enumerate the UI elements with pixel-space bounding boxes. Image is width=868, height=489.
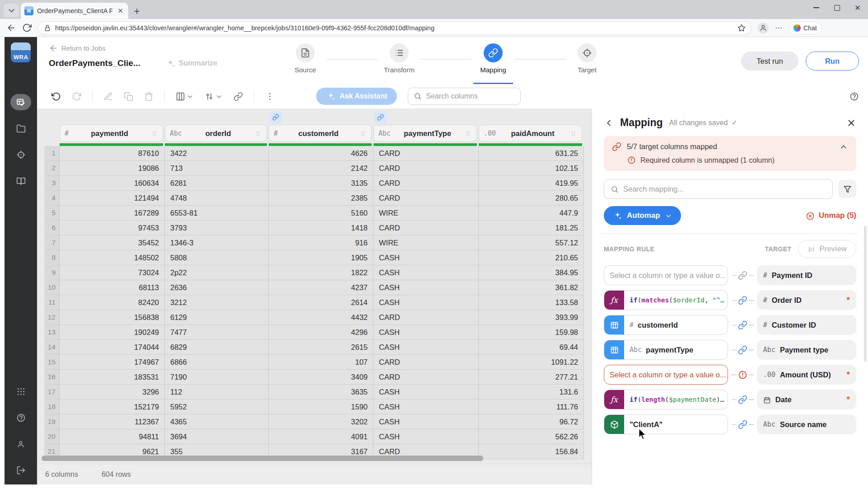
mapping-link-icon[interactable]	[728, 420, 756, 429]
column-header-paymentId[interactable]: #paymentId	[60, 125, 165, 146]
cell[interactable]: 190249	[60, 325, 165, 340]
table-row[interactable]: 1319024974774296CASH159.98	[44, 325, 592, 340]
mapping-link-icon[interactable]	[728, 345, 756, 355]
drag-handle-icon[interactable]	[150, 129, 158, 137]
cell[interactable]: 4748	[165, 191, 269, 206]
cell[interactable]: 5160	[269, 206, 373, 221]
drag-handle-icon[interactable]	[254, 129, 262, 137]
sidebar-item-library[interactable]	[10, 173, 31, 189]
cell[interactable]: 3409	[269, 370, 373, 385]
tab-close-icon[interactable]: ✕	[116, 7, 125, 15]
browser-profile-avatar[interactable]	[758, 23, 769, 33]
mapping-source-constant[interactable]: "ClientA"	[604, 414, 728, 434]
cell[interactable]: 4091	[269, 429, 373, 444]
cell[interactable]: 713	[165, 161, 269, 176]
drag-handle-icon[interactable]	[464, 129, 472, 137]
cell[interactable]: WIRE	[373, 235, 479, 250]
sidebar-item-account[interactable]	[10, 436, 31, 452]
cell[interactable]: CASH	[373, 400, 479, 414]
cell[interactable]: 3694	[165, 429, 269, 444]
table-row[interactable]: 1417404468292615CASH69.44	[44, 340, 592, 355]
cell[interactable]: 167289	[60, 206, 165, 221]
cell[interactable]: 174967	[60, 355, 165, 370]
cell[interactable]: 562.26	[479, 429, 584, 444]
preview-button[interactable]: Preview	[798, 240, 856, 258]
cell[interactable]: 96.72	[479, 414, 584, 429]
filter-mapping-button[interactable]	[838, 180, 856, 198]
close-window-button[interactable]: ✕	[847, 0, 868, 15]
cell[interactable]: 97453	[60, 221, 165, 235]
table-row[interactable]: 118242032122614CASH133.58	[44, 295, 592, 310]
cell[interactable]: 2636	[165, 280, 269, 295]
cell[interactable]: 73024	[60, 265, 165, 280]
cell[interactable]: 3296	[60, 385, 165, 400]
cell[interactable]: 159.98	[479, 325, 584, 340]
cell[interactable]: 4237	[269, 280, 373, 295]
cell[interactable]: WIRE	[373, 206, 479, 221]
step-mapping[interactable]: Mapping	[471, 43, 515, 84]
cell[interactable]: 6281	[165, 176, 269, 191]
mapping-target-column[interactable]: #Order ID*	[757, 290, 856, 310]
cell[interactable]: CARD	[373, 191, 479, 206]
ask-assistant-button[interactable]: Ask Assistant	[316, 88, 397, 105]
mapping-link-icon[interactable]	[728, 395, 756, 404]
cell[interactable]: CARD	[373, 221, 479, 235]
panel-close-button[interactable]	[846, 118, 856, 128]
collapse-warning-button[interactable]	[839, 142, 848, 151]
cell[interactable]: 35452	[60, 235, 165, 250]
cell[interactable]: CARD	[373, 310, 479, 325]
cell[interactable]: 361.82	[479, 280, 584, 295]
refresh-button[interactable]	[22, 23, 32, 33]
browser-tab[interactable]: W OrderPayments_ClientA Formulas in ✕	[21, 3, 128, 19]
drag-handle-icon[interactable]	[569, 129, 577, 137]
back-button[interactable]	[6, 23, 16, 33]
cell[interactable]: CASH	[373, 295, 479, 310]
cell[interactable]: 2142	[269, 161, 373, 176]
cell[interactable]: 3135	[269, 176, 373, 191]
cell[interactable]: 1091.22	[479, 355, 584, 370]
mapping-link-icon[interactable]	[728, 296, 756, 305]
bookmark-star-icon[interactable]	[737, 24, 746, 32]
test-run-button[interactable]: Test run	[741, 52, 798, 71]
cell[interactable]: 131.6	[479, 385, 584, 400]
cell[interactable]: 68113	[60, 280, 165, 295]
cell[interactable]: 4432	[269, 310, 373, 325]
table-row[interactable]: 69745337931418CARD181.25	[44, 221, 592, 235]
unmap-button[interactable]: Unmap (5)	[806, 211, 856, 221]
cell[interactable]: 916	[269, 235, 373, 250]
sidebar-item-logout[interactable]	[10, 462, 31, 478]
cell[interactable]: 5808	[165, 250, 269, 265]
mapping-source-placeholder[interactable]: Select a column or type a value o...	[604, 265, 728, 285]
cell[interactable]: 447.9	[479, 206, 584, 221]
mapping-source-formula[interactable]: ƒxif(matches($orderId, "^…	[604, 290, 728, 310]
cell[interactable]: 82420	[60, 295, 165, 310]
drag-handle-icon[interactable]	[359, 129, 367, 137]
mapping-link-icon[interactable]	[728, 320, 756, 330]
mapping-link-icon[interactable]	[728, 271, 756, 280]
table-row[interactable]: 1732961123635CASH131.6	[44, 385, 592, 400]
chat-button[interactable]: Chat	[789, 22, 822, 34]
cell[interactable]: 210.65	[479, 250, 584, 265]
cell[interactable]: 3212	[165, 295, 269, 310]
cell[interactable]: 277.21	[479, 370, 584, 385]
cell[interactable]: 4365	[165, 414, 269, 429]
cell[interactable]: CASH	[373, 385, 479, 400]
sort-menu-button[interactable]	[205, 92, 223, 101]
redo-button[interactable]	[72, 92, 81, 101]
cell[interactable]: CASH	[373, 325, 479, 340]
cell[interactable]: 4296	[269, 325, 373, 340]
cell[interactable]: 1822	[269, 265, 373, 280]
browser-menu-button[interactable]: ⋯	[775, 24, 782, 32]
duplicate-column-button[interactable]	[124, 92, 133, 101]
cell[interactable]: 280.65	[479, 191, 584, 206]
cell[interactable]: CARD	[373, 370, 479, 385]
column-header-paidAmount[interactable]: .00paidAmount	[479, 125, 584, 146]
cell[interactable]: 3793	[165, 221, 269, 235]
table-row[interactable]: 814850258081905CASH210.65	[44, 250, 592, 265]
cell[interactable]: CASH	[373, 414, 479, 429]
sidebar-item-apps[interactable]	[10, 383, 31, 400]
cell[interactable]: 1418	[269, 221, 373, 235]
cell[interactable]: 2385	[269, 191, 373, 206]
sidebar-item-help[interactable]	[10, 409, 31, 426]
cell[interactable]: CASH	[373, 340, 479, 355]
